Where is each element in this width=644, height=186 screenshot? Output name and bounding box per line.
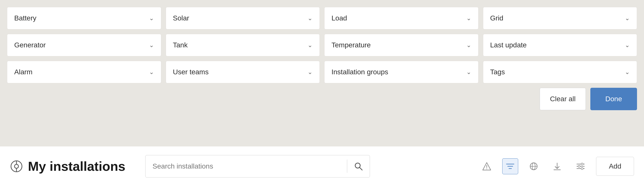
installation-groups-label: Installation groups — [332, 68, 388, 76]
installation-groups-chevron-icon: ⌄ — [466, 69, 471, 76]
filter-panel: Battery ⌄ Solar ⌄ Load ⌄ Grid ⌄ Generato… — [0, 0, 644, 115]
tank-label: Tank — [173, 41, 188, 49]
load-label: Load — [332, 14, 347, 22]
download-icon — [552, 162, 562, 171]
svg-point-17 — [581, 163, 583, 165]
tags-chevron-icon: ⌄ — [625, 69, 630, 76]
svg-line-5 — [360, 168, 362, 170]
settings-icon-button[interactable] — [572, 158, 588, 174]
temperature-dropdown[interactable]: Temperature ⌄ — [324, 34, 478, 56]
solar-dropdown[interactable]: Solar ⌄ — [166, 7, 320, 29]
generator-dropdown[interactable]: Generator ⌄ — [7, 34, 161, 56]
search-container — [145, 155, 370, 178]
grid-chevron-icon: ⌄ — [625, 15, 630, 22]
right-actions: Add — [479, 157, 634, 176]
svg-point-19 — [578, 165, 580, 167]
alarm-chevron-icon: ⌄ — [149, 69, 154, 76]
add-button[interactable]: Add — [596, 157, 634, 176]
user-teams-dropdown[interactable]: User teams ⌄ — [166, 61, 320, 83]
svg-point-8 — [486, 168, 487, 169]
tags-label: Tags — [490, 68, 505, 76]
tank-dropdown[interactable]: Tank ⌄ — [166, 34, 320, 56]
battery-label: Battery — [14, 14, 36, 22]
svg-point-21 — [581, 168, 583, 170]
battery-chevron-icon: ⌄ — [149, 15, 154, 22]
alert-icon-button[interactable] — [479, 158, 495, 174]
last-update-chevron-icon: ⌄ — [625, 42, 630, 49]
user-teams-label: User teams — [173, 68, 209, 76]
solar-chevron-icon: ⌄ — [308, 15, 312, 22]
installations-logo: My installations — [10, 159, 125, 174]
globe-icon-button[interactable] — [526, 158, 542, 174]
done-button[interactable]: Done — [590, 88, 637, 110]
sliders-icon — [576, 162, 585, 171]
generator-label: Generator — [14, 41, 46, 49]
globe-icon — [529, 162, 538, 171]
page-title: My installations — [28, 159, 125, 174]
grid-dropdown[interactable]: Grid ⌄ — [483, 7, 637, 29]
tank-chevron-icon: ⌄ — [308, 42, 312, 49]
alert-triangle-icon — [482, 162, 492, 171]
last-update-label: Last update — [490, 41, 527, 49]
installation-groups-dropdown[interactable]: Installation groups ⌄ — [324, 61, 478, 83]
filter-icon — [506, 162, 515, 171]
svg-point-1 — [14, 164, 18, 168]
solar-label: Solar — [173, 14, 189, 22]
filter-icon-button[interactable] — [502, 158, 518, 174]
download-icon-button[interactable] — [549, 158, 565, 174]
search-button[interactable] — [347, 155, 370, 177]
grid-label: Grid — [490, 14, 504, 22]
search-input[interactable] — [146, 155, 347, 177]
installations-logo-icon — [10, 160, 23, 173]
generator-chevron-icon: ⌄ — [149, 42, 154, 49]
load-chevron-icon: ⌄ — [466, 15, 471, 22]
user-teams-chevron-icon: ⌄ — [308, 69, 312, 76]
alarm-label: Alarm — [14, 68, 32, 76]
filter-actions: Clear all Done — [483, 88, 637, 110]
alarm-dropdown[interactable]: Alarm ⌄ — [7, 61, 161, 83]
clear-all-button[interactable]: Clear all — [540, 88, 586, 110]
search-icon — [354, 162, 363, 171]
temperature-chevron-icon: ⌄ — [466, 42, 471, 49]
load-dropdown[interactable]: Load ⌄ — [324, 7, 478, 29]
last-update-dropdown[interactable]: Last update ⌄ — [483, 34, 637, 56]
temperature-label: Temperature — [332, 41, 371, 49]
battery-dropdown[interactable]: Battery ⌄ — [7, 7, 161, 29]
bottom-bar: My installations — [0, 146, 644, 186]
tags-dropdown[interactable]: Tags ⌄ — [483, 61, 637, 83]
